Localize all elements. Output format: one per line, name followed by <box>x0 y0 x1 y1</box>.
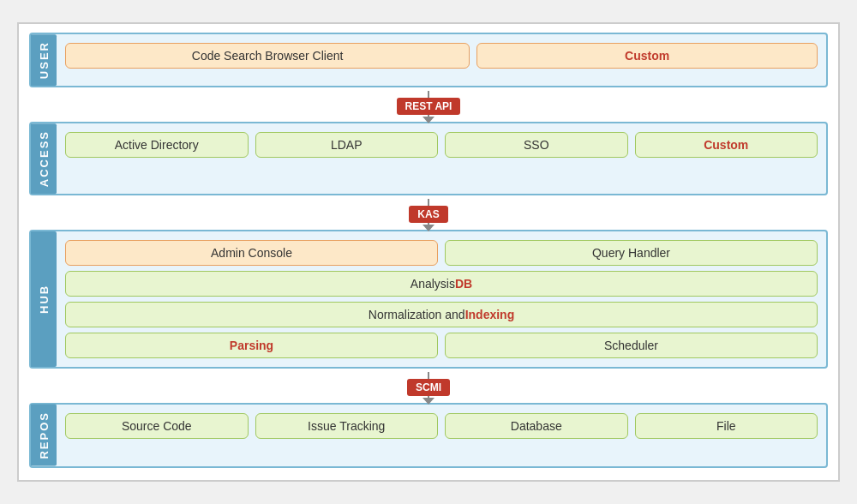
custom-access-box: Custom <box>635 132 818 158</box>
custom-user-text: Custom <box>625 49 669 63</box>
access-label: ACCESS <box>31 123 57 194</box>
kas-badge: KAS <box>409 206 447 223</box>
rest-api-badge: REST API <box>397 98 461 115</box>
architecture-diagram: USER Code Search Browser Client Custom R… <box>17 22 840 482</box>
query-handler-text: Query Handler <box>592 246 670 260</box>
database-text: Database <box>511 419 562 433</box>
analysis-db-keyword: DB <box>455 277 472 291</box>
normalization-indexing-box: Normalization and Indexing <box>65 302 818 327</box>
connector-arrow-2 <box>423 225 434 231</box>
parsing-box: Parsing <box>65 333 438 358</box>
issue-tracking-box: Issue Tracking <box>255 413 439 439</box>
query-handler-box: Query Handler <box>445 240 818 266</box>
database-box: Database <box>445 413 628 439</box>
code-search-browser-box: Code Search Browser Client <box>65 43 470 69</box>
repos-layer: REPOS Source Code Issue Tracking Databas… <box>29 403 828 468</box>
active-directory-box: Active Directory <box>65 132 249 158</box>
kas-connector: KAS <box>29 199 828 230</box>
admin-console-box: Admin Console <box>65 240 438 266</box>
admin-console-text: Admin Console <box>211 246 292 260</box>
sso-text: SSO <box>524 138 549 152</box>
scheduler-text: Scheduler <box>604 339 658 352</box>
scmi-connector: SCMI <box>29 372 828 403</box>
ldap-box: LDAP <box>255 132 439 158</box>
active-directory-text: Active Directory <box>115 138 199 152</box>
access-layer: ACCESS Active Directory LDAP SSO Custom <box>29 122 828 195</box>
analysis-db-text: Analysis <box>411 277 455 291</box>
parsing-text: Parsing <box>230 339 273 352</box>
hub-label: HUB <box>31 231 57 367</box>
user-label: USER <box>31 34 57 86</box>
source-code-box: Source Code <box>65 413 249 439</box>
indexing-keyword: Indexing <box>465 308 515 321</box>
scmi-badge: SCMI <box>407 379 450 396</box>
source-code-text: Source Code <box>122 419 192 433</box>
code-search-browser-text: Code Search Browser Client <box>192 49 344 63</box>
analysis-db-box: Analysis DB <box>65 271 818 297</box>
rest-api-connector: REST API <box>29 91 828 122</box>
file-box: File <box>635 413 818 439</box>
connector-arrow-3 <box>423 398 434 405</box>
normalization-text: Normalization and <box>369 308 465 321</box>
sso-box: SSO <box>445 132 628 158</box>
ldap-text: LDAP <box>331 138 363 152</box>
user-layer: USER Code Search Browser Client Custom <box>29 33 828 87</box>
repos-label: REPOS <box>31 405 57 466</box>
issue-tracking-text: Issue Tracking <box>308 419 385 433</box>
hub-layer: HUB Admin Console Query Handler Analysis… <box>29 230 828 369</box>
custom-access-text: Custom <box>704 138 748 152</box>
scheduler-box: Scheduler <box>445 333 818 358</box>
connector-arrow-1 <box>423 117 434 123</box>
custom-user-box: Custom <box>476 43 818 69</box>
file-text: File <box>716 419 736 433</box>
